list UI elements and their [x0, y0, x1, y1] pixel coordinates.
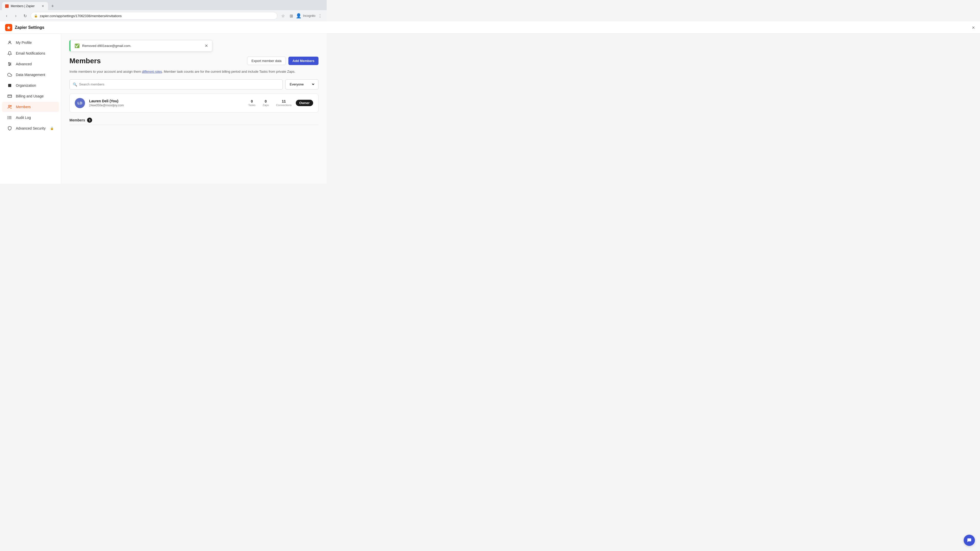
sliders-icon [7, 62, 12, 67]
zaps-label: Zaps [262, 103, 269, 106]
members-divider [69, 125, 318, 125]
svg-point-4 [9, 62, 10, 63]
toast-success-icon: ✅ [75, 43, 80, 48]
sidebar-item-advanced[interactable]: Advanced [2, 59, 59, 69]
svg-point-6 [9, 65, 10, 65]
svg-point-17 [8, 119, 8, 119]
sidebar-item-data-management[interactable]: Data Management [2, 70, 59, 80]
members-section-title: Members [69, 118, 85, 122]
sidebar-item-organization[interactable]: Organization [2, 80, 59, 91]
tasks-stat: 0 Tasks [248, 99, 256, 106]
lock-badge-icon: 🔒 [50, 127, 54, 130]
refresh-button[interactable]: ↻ [21, 12, 29, 19]
page-header: Members Export member data Add Members [69, 57, 318, 65]
different-roles-link[interactable]: different roles [142, 70, 162, 73]
search-box: 🔍 [69, 79, 283, 89]
member-email: 24ee050e@moodjoy.com [89, 103, 244, 107]
members-count-badge: 1 [87, 118, 92, 123]
zaps-stat: 0 Zaps [262, 99, 269, 106]
menu-button[interactable]: ⋮ [317, 12, 324, 19]
profile-icon [7, 40, 12, 45]
svg-point-0 [9, 41, 11, 43]
tasks-label: Tasks [248, 103, 256, 106]
member-avatar: LD [75, 98, 85, 108]
bell-icon [7, 51, 12, 56]
svg-point-16 [8, 118, 8, 118]
audit-icon [7, 115, 12, 120]
app-logo: Zapier Settings [5, 24, 45, 31]
cloud-icon [7, 72, 12, 77]
sidebar-item-label: Advanced Security [16, 126, 46, 130]
nav-right: ☆ ⊞ 👤 Incognito ⋮ [280, 12, 324, 19]
back-button[interactable]: ‹ [3, 12, 10, 19]
app-header: Zapier Settings × [0, 21, 327, 34]
svg-rect-7 [8, 84, 11, 87]
tab-title: Members | Zapier [11, 4, 39, 8]
nav-bar: ‹ › ↻ 🔒 zapier.com/app/settings/17062338… [0, 10, 327, 21]
filter-select[interactable]: Everyone [285, 79, 318, 89]
connections-label: Connections [276, 103, 291, 106]
members-section-header: Members 1 [69, 118, 318, 123]
tasks-value: 0 [248, 99, 256, 103]
page-description: Invite members to your account and assig… [69, 69, 318, 74]
toast-notification: ✅ Removed d901eace@gmail.com. ✕ [69, 40, 212, 52]
sidebar-item-advanced-security[interactable]: Advanced Security 🔒 [2, 123, 59, 133]
member-stats: 0 Tasks 0 Zaps 11 Connections [248, 99, 292, 106]
active-tab[interactable]: Members | Zapier ✕ [2, 2, 48, 10]
toast-message: Removed d901eace@gmail.com. [82, 44, 202, 48]
billing-icon [7, 94, 12, 99]
members-icon [7, 104, 12, 110]
sidebar-item-my-profile[interactable]: My Profile [2, 38, 59, 48]
toast-close-button[interactable]: ✕ [205, 43, 208, 48]
sidebar-item-label: Members [16, 105, 30, 109]
sidebar-item-billing[interactable]: Billing and Usage [2, 91, 59, 101]
tab-bar: Members | Zapier ✕ + [0, 0, 327, 10]
main-layout: My Profile Email Notifications [0, 34, 327, 184]
member-card: LD Lauren Deli (You) 24ee050e@moodjoy.co… [69, 94, 318, 113]
header-actions: Export member data Add Members [247, 57, 318, 65]
svg-rect-8 [8, 95, 12, 98]
zaps-value: 0 [262, 99, 269, 103]
organization-icon [7, 83, 12, 88]
page-title: Members [69, 57, 101, 65]
extensions-button[interactable]: ⊞ [288, 12, 295, 19]
tab-close-button[interactable]: ✕ [41, 4, 45, 8]
address-bar[interactable]: 🔒 zapier.com/app/settings/17062338/membe… [30, 12, 277, 20]
forward-button[interactable]: › [12, 12, 19, 19]
sidebar-item-label: Data Management [16, 73, 45, 77]
member-name: Lauren Deli (You) [89, 99, 244, 103]
sidebar-item-label: Billing and Usage [16, 94, 44, 98]
search-filter-row: 🔍 Everyone [69, 79, 318, 89]
owner-badge: Owner [296, 100, 313, 106]
search-icon: 🔍 [73, 83, 77, 86]
sidebar-item-members[interactable]: Members [2, 102, 59, 112]
shield-icon [7, 126, 12, 131]
app-title: Zapier Settings [15, 25, 45, 30]
browser-chrome: Members | Zapier ✕ + ‹ › ↻ 🔒 zapier.com/… [0, 0, 327, 22]
url-text: zapier.com/app/settings/17062338/members… [40, 14, 274, 18]
svg-point-10 [8, 105, 10, 106]
sidebar-item-audit-log[interactable]: Audit Log [2, 113, 59, 123]
sidebar-item-email-notifications[interactable]: Email Notifications [2, 48, 59, 59]
search-input[interactable] [79, 83, 280, 86]
content-area: ✅ Removed d901eace@gmail.com. ✕ Members … [61, 34, 327, 184]
add-members-button[interactable]: Add Members [288, 57, 318, 65]
bookmark-button[interactable]: ☆ [280, 12, 286, 19]
zapier-logo-icon [5, 24, 12, 31]
member-info: Lauren Deli (You) 24ee050e@moodjoy.com [89, 99, 244, 107]
sidebar-item-label: My Profile [16, 41, 32, 44]
new-tab-button[interactable]: + [49, 3, 56, 10]
export-button[interactable]: Export member data [247, 57, 286, 65]
connections-stat: 11 Connections [276, 99, 291, 106]
sidebar-item-label: Email Notifications [16, 51, 45, 56]
lock-icon: 🔒 [34, 14, 38, 17]
filter-dropdown[interactable]: Everyone [289, 82, 315, 86]
incognito-indicator: 👤 Incognito [296, 13, 315, 19]
app-container: Zapier Settings × My Profile [0, 22, 327, 184]
svg-point-5 [10, 64, 11, 65]
svg-point-11 [10, 105, 11, 106]
connections-value: 11 [276, 99, 291, 103]
sidebar-item-label: Organization [16, 83, 36, 87]
sidebar: My Profile Email Notifications [0, 34, 61, 184]
svg-point-15 [8, 116, 8, 117]
